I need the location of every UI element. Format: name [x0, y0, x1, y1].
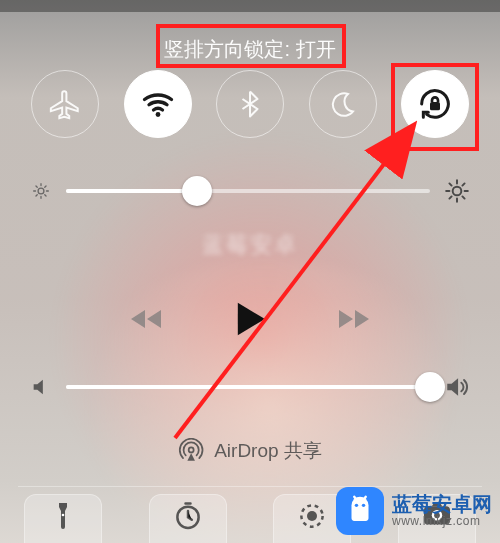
moon-icon	[328, 89, 358, 119]
svg-point-0	[155, 112, 160, 117]
brightness-slider[interactable]	[30, 178, 470, 204]
brightness-low-icon	[30, 180, 52, 202]
play-button[interactable]	[233, 300, 267, 338]
bluetooth-icon	[235, 89, 265, 119]
svg-point-2	[38, 188, 44, 194]
volume-track[interactable]	[66, 385, 430, 389]
next-icon	[331, 304, 371, 334]
now-playing-text: 蓝莓安卓	[202, 230, 298, 260]
airdrop-label: AirDrop 共享	[214, 438, 322, 464]
media-transport	[0, 300, 500, 338]
brightness-high-icon	[444, 178, 470, 204]
airdrop-icon	[178, 438, 204, 464]
timer-icon	[173, 501, 203, 531]
control-center: 竖排方向锁定: 打开 蓝莓安卓	[0, 0, 500, 543]
volume-high-icon	[444, 374, 470, 400]
watermark: 蓝莓安卓网 www.lmkjz.com	[336, 487, 492, 535]
play-icon	[233, 300, 267, 338]
volume-knob[interactable]	[415, 372, 445, 402]
wifi-icon	[140, 86, 176, 122]
svg-point-5	[62, 514, 65, 517]
flashlight-icon	[51, 501, 75, 531]
airplane-icon	[48, 87, 82, 121]
volume-slider[interactable]	[30, 374, 470, 400]
svg-point-3	[453, 187, 462, 196]
airplane-toggle[interactable]	[31, 70, 99, 138]
annotation-highlight-lock-toggle	[391, 63, 479, 151]
nightshift-icon	[297, 501, 327, 531]
status-bar	[0, 0, 500, 12]
volume-fill	[66, 385, 430, 389]
brightness-track[interactable]	[66, 189, 430, 193]
timer-button[interactable]	[149, 494, 227, 543]
airdrop-button[interactable]: AirDrop 共享	[178, 438, 322, 464]
do-not-disturb-toggle[interactable]	[309, 70, 377, 138]
flashlight-button[interactable]	[24, 494, 102, 543]
brightness-fill	[66, 189, 197, 193]
svg-point-13	[355, 504, 358, 507]
volume-low-icon	[30, 376, 52, 398]
bluetooth-toggle[interactable]	[216, 70, 284, 138]
prev-icon	[129, 304, 169, 334]
annotation-highlight-toast	[156, 24, 346, 68]
next-button[interactable]	[331, 304, 371, 334]
watermark-text: 蓝莓安卓网 www.lmkjz.com	[392, 493, 492, 528]
svg-point-8	[307, 511, 317, 521]
now-playing-title: 蓝莓安卓	[0, 230, 500, 260]
svg-point-4	[189, 447, 194, 452]
watermark-logo	[336, 487, 384, 535]
watermark-title: 蓝莓安卓网	[392, 493, 492, 515]
watermark-url: www.lmkjz.com	[392, 515, 492, 528]
svg-point-14	[362, 504, 365, 507]
wifi-toggle[interactable]	[124, 70, 192, 138]
prev-button[interactable]	[129, 304, 169, 334]
brightness-knob[interactable]	[182, 176, 212, 206]
